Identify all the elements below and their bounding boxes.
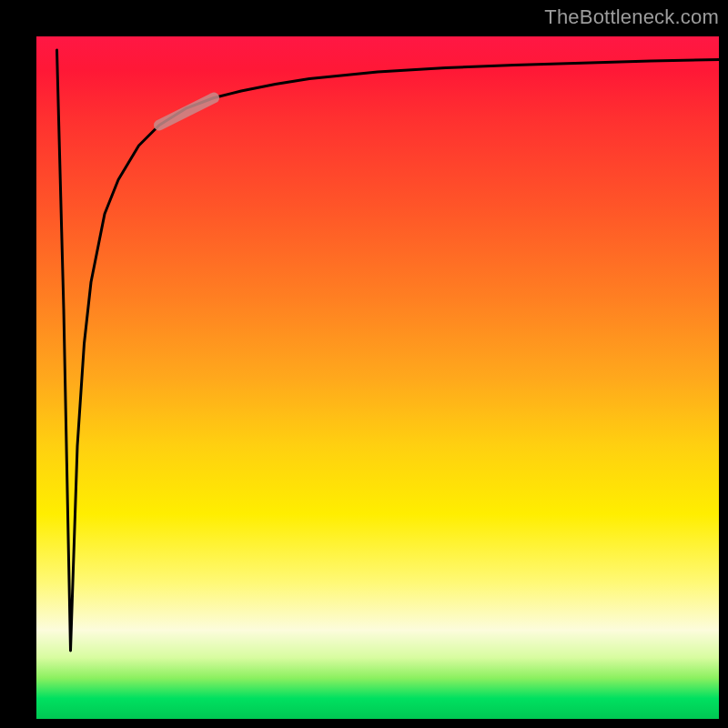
plot-area	[36, 36, 719, 719]
highlight-path	[159, 98, 214, 126]
line-chart-svg	[36, 36, 719, 719]
chart-frame: TheBottleneck.com	[0, 0, 728, 728]
watermark-text: TheBottleneck.com	[544, 5, 719, 29]
curve-path	[57, 50, 720, 651]
